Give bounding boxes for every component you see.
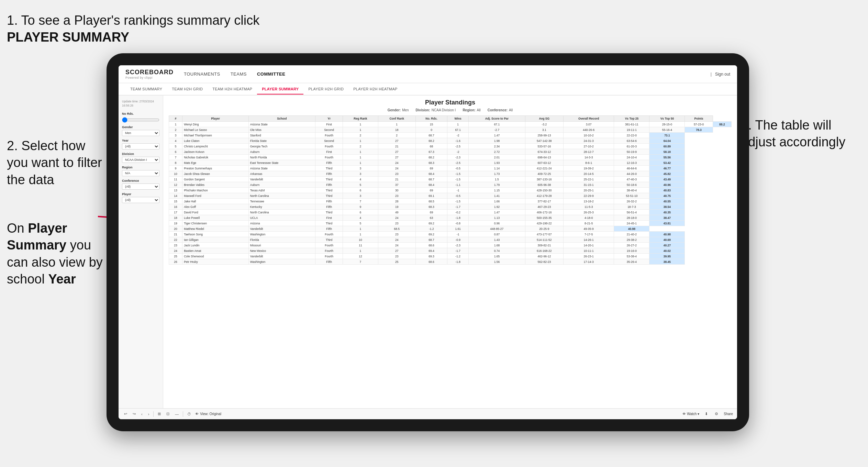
cell-3-12: 64.04 xyxy=(649,138,685,144)
meta-conference: Conference: All xyxy=(488,108,513,112)
cell-8-11: 46-64-6 xyxy=(614,166,649,171)
subnav-player-h2h-grid[interactable]: PLAYER H2H GRID xyxy=(303,84,348,94)
subnav-player-summary[interactable]: PLAYER SUMMARY xyxy=(257,84,303,94)
back-icon[interactable]: ‹ xyxy=(140,411,144,417)
cell-10-6: 68.7 xyxy=(415,177,447,182)
nav-tournaments[interactable]: TOURNAMENTS xyxy=(184,70,220,78)
cell-22-9: 309-82-21 xyxy=(525,243,563,248)
cell-4-4: 2 xyxy=(343,144,378,149)
cell-8-6: 69 xyxy=(415,166,447,171)
conference-select[interactable]: (All) xyxy=(122,184,159,190)
region-label: Region xyxy=(122,166,159,169)
cell-19-6: -1.2 xyxy=(415,226,447,232)
cell-21-2: Florida xyxy=(248,237,315,243)
table-row: 2Michael Le SassoOle MissSecond118067.1-… xyxy=(169,127,732,133)
cell-17-7: -1.8 xyxy=(447,215,469,221)
cell-17-9: 500-155-35 xyxy=(525,215,563,221)
cell-4-3: Fourth xyxy=(315,144,343,149)
table-row: 18Luke PowellUCLAFirst42463-1.81.13500-1… xyxy=(169,215,732,221)
cell-13-4: 3 xyxy=(343,193,378,199)
cell-25-11: 35-26-4 xyxy=(614,259,649,265)
division-select[interactable]: NCAA Division I xyxy=(122,157,159,163)
cell-12-8: 1.15 xyxy=(469,188,525,193)
subnav-team-h2h-grid[interactable]: TEAM H2H GRID xyxy=(167,84,208,94)
cell-20-1: Taehoon Song xyxy=(182,232,249,237)
redo-icon[interactable]: ↪ xyxy=(131,411,137,417)
cell-11-7: -1.1 xyxy=(447,182,469,188)
cell-18-6: 69.2 xyxy=(415,221,447,226)
cell-7-5: 24 xyxy=(378,160,415,166)
cell-18-2: Arizona xyxy=(248,221,315,226)
region-select[interactable]: N/A xyxy=(122,170,159,176)
cell-16-10: 26-25-3 xyxy=(563,210,614,215)
cell-9-4: 3 xyxy=(343,171,378,177)
cell-1-9: 3.1 xyxy=(525,127,563,133)
cell-0-12: 28-15-0 xyxy=(649,122,685,127)
toolbar-right: 👁 Watch ▾ ⬇ ⚙ Share xyxy=(682,411,733,417)
cell-10-1: Gordon Sargent xyxy=(182,177,249,182)
share-button[interactable]: Share xyxy=(724,412,733,416)
cell-3-10: 24-31-3 xyxy=(563,138,614,144)
cell-3-7: -1.6 xyxy=(447,138,469,144)
conference-label: Conference xyxy=(122,179,159,182)
cell-21-6: 68.7 xyxy=(415,237,447,243)
cell-2-4: 2 xyxy=(343,133,378,138)
settings-icon[interactable]: ⚙ xyxy=(713,411,720,417)
watch-button[interactable]: 👁 Watch ▾ xyxy=(682,412,699,416)
nav-committee[interactable]: COMMITTEE xyxy=(257,70,286,78)
year-select[interactable]: (All) xyxy=(122,143,159,149)
col-vs-top50: Vs Top 50 xyxy=(649,116,685,122)
cell-21-10: 14-26-1 xyxy=(563,237,614,243)
cell-21-4: 10 xyxy=(343,237,378,243)
subnav-team-h2h-heatmap[interactable]: TEAM H2H HEATMAP xyxy=(208,84,257,94)
table-row: 3Michael ThorbjornsenStanfordFourth2268.… xyxy=(169,133,732,138)
cell-21-11: 29-38-2 xyxy=(614,237,649,243)
cell-22-12: 40.27 xyxy=(649,243,685,248)
cell-0-11: 381-61-11 xyxy=(614,122,649,127)
sign-out-link[interactable]: Sign out xyxy=(715,72,730,77)
cell-19-11: 40.98 xyxy=(614,226,649,232)
subnav-player-h2h-heatmap[interactable]: PLAYER H2H HEATMAP xyxy=(348,84,402,94)
cell-15-2: Kentucky xyxy=(248,204,315,210)
gender-label: Gender xyxy=(122,125,159,129)
col-school: School xyxy=(248,116,315,122)
undo-icon[interactable]: ↩ xyxy=(123,411,129,417)
clock-icon[interactable]: ⏱ xyxy=(186,411,192,417)
table-row: 4Luke ClatonFlorida StateSecond12768.2-1… xyxy=(169,138,732,144)
col-reg-rank: Reg Rank xyxy=(343,116,378,122)
grid-icon[interactable]: ⊡ xyxy=(165,411,171,417)
dash-icon[interactable]: — xyxy=(174,411,180,417)
table-row: 21Taehoon SongWashingtonFourth12369.2-10… xyxy=(169,232,732,237)
cell-21-0: 22 xyxy=(169,237,182,243)
cell-0-10: 3.07 xyxy=(563,122,614,127)
app-logo: SCOREBOARD Powered by clippi xyxy=(125,69,174,79)
table-row: 5Christo LamprechtGeorgia TechFourth2216… xyxy=(169,144,732,149)
col-points: Points xyxy=(685,116,713,122)
nav-teams[interactable]: TEAMS xyxy=(231,70,247,78)
table-row: 12Brendan ValdesAuburnFifth53768.4-1.11.… xyxy=(169,182,732,188)
cell-25-7: -1.8 xyxy=(447,259,469,265)
cell-2-7: -2 xyxy=(447,133,469,138)
cell-8-9: 412-221-24 xyxy=(525,166,563,171)
cell-10-7: -1.5 xyxy=(447,177,469,182)
subnav-team-summary[interactable]: TEAM SUMMARY xyxy=(125,84,167,94)
forward-icon[interactable]: › xyxy=(147,411,151,417)
cell-20-6: 69.2 xyxy=(415,232,447,237)
cell-7-8: 1.93 xyxy=(469,160,525,166)
cell-13-9: 412-179-28 xyxy=(525,193,563,199)
no-rds-slider[interactable] xyxy=(122,117,159,123)
division-label: Division xyxy=(122,152,159,156)
download-icon[interactable]: ⬇ xyxy=(703,411,709,417)
cell-11-6: 68.4 xyxy=(415,182,447,188)
table-row: 20Matthew RiedelVanderbiltFifth168.5-1.2… xyxy=(169,226,732,232)
gender-select[interactable]: Men xyxy=(122,130,159,136)
tablet-screen: SCOREBOARD Powered by clippi TOURNAMENTS… xyxy=(119,65,737,419)
cell-9-1: Jacob Shea-Slewan xyxy=(182,171,249,177)
copy-icon[interactable]: ⊞ xyxy=(156,411,162,417)
filter-division: Division NCAA Division I xyxy=(122,152,159,163)
cell-20-12: 40.98 xyxy=(649,232,685,237)
cell-15-7: -1.7 xyxy=(447,204,469,210)
cell-4-2: Georgia Tech xyxy=(248,144,315,149)
cell-13-6: 69.1 xyxy=(415,193,447,199)
player-select[interactable]: (All) xyxy=(122,197,159,203)
